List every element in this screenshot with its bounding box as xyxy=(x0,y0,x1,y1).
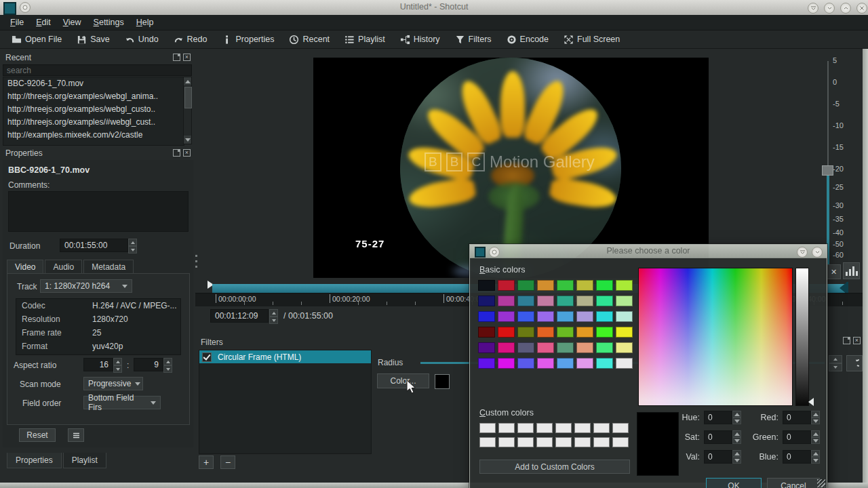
toolbar-filters-button[interactable]: Filters xyxy=(449,33,498,47)
basic-color-swatch[interactable] xyxy=(596,358,613,369)
toolbar-properties-button[interactable]: Properties xyxy=(216,33,280,47)
hue-stepper[interactable] xyxy=(732,411,741,424)
custom-color-swatch[interactable] xyxy=(593,423,610,433)
custom-color-swatch[interactable] xyxy=(612,437,629,447)
dialog-close-button[interactable] xyxy=(812,247,823,258)
basic-color-swatch[interactable] xyxy=(576,327,593,338)
red-stepper[interactable] xyxy=(811,411,820,424)
value-slider[interactable] xyxy=(795,268,809,406)
window-shade-button[interactable] xyxy=(808,3,818,14)
basic-color-swatch[interactable] xyxy=(616,296,633,306)
reset-parameter-button[interactable] xyxy=(846,355,863,371)
ok-button[interactable]: OK xyxy=(706,478,762,488)
basic-color-swatch[interactable] xyxy=(478,311,495,322)
filter-color-swatch[interactable] xyxy=(435,374,450,389)
basic-color-swatch[interactable] xyxy=(517,342,534,353)
scan-mode-dropdown[interactable]: Progressive xyxy=(83,377,143,390)
custom-color-swatch[interactable] xyxy=(498,437,515,447)
scroll-up-icon[interactable] xyxy=(184,77,191,85)
basic-color-swatch[interactable] xyxy=(498,296,515,306)
tab-video[interactable]: Video xyxy=(7,260,43,274)
green-stepper[interactable] xyxy=(811,430,820,444)
basic-color-swatch[interactable] xyxy=(576,342,593,353)
scroll-down-icon[interactable] xyxy=(184,136,191,144)
toolbar-save-button[interactable]: Save xyxy=(71,33,116,47)
blue-stepper[interactable] xyxy=(811,450,820,464)
tab-audio[interactable]: Audio xyxy=(45,260,82,274)
value-slider-arrow[interactable] xyxy=(808,398,814,406)
basic-color-swatch[interactable] xyxy=(596,327,613,338)
basic-color-swatch[interactable] xyxy=(517,296,534,306)
toolbar-redo-button[interactable]: Redo xyxy=(167,33,214,47)
recent-file-item[interactable]: BBC-9206-1_70.mov xyxy=(3,77,184,90)
basic-color-swatch[interactable] xyxy=(557,358,574,369)
color-button[interactable]: Color... xyxy=(377,373,429,388)
basic-color-swatch[interactable] xyxy=(596,280,613,291)
custom-color-swatch[interactable] xyxy=(517,437,534,447)
basic-color-swatch[interactable] xyxy=(498,342,515,353)
position-stepper[interactable] xyxy=(269,309,278,324)
add-filter-button[interactable]: + xyxy=(199,455,214,469)
duration-stepper[interactable] xyxy=(128,239,137,253)
basic-color-swatch[interactable] xyxy=(537,311,554,322)
basic-color-swatch[interactable] xyxy=(616,342,633,353)
basic-color-swatch[interactable] xyxy=(557,342,574,353)
close-dock-icon[interactable]: × xyxy=(853,337,861,344)
audio-meter-button[interactable] xyxy=(843,262,860,279)
basic-color-swatch[interactable] xyxy=(576,296,593,306)
add-to-custom-colors-button[interactable]: Add to Custom Colors xyxy=(479,460,630,474)
basic-color-swatch[interactable] xyxy=(576,311,593,322)
basic-color-swatch[interactable] xyxy=(498,327,515,338)
sat-stepper[interactable] xyxy=(732,430,741,444)
custom-color-swatch[interactable] xyxy=(479,437,496,447)
toolbar-open-file-button[interactable]: Open File xyxy=(5,33,68,47)
splitter-handle[interactable] xyxy=(195,255,197,270)
properties-menu-button[interactable] xyxy=(68,428,84,442)
search-input[interactable] xyxy=(3,64,192,76)
basic-color-swatch[interactable] xyxy=(517,280,534,291)
basic-color-swatch[interactable] xyxy=(517,311,534,322)
close-dock-icon[interactable]: × xyxy=(183,54,191,61)
menu-help[interactable]: Help xyxy=(130,16,160,29)
out-point-marker[interactable] xyxy=(840,283,846,293)
bottom-tab-playlist[interactable]: Playlist xyxy=(63,453,106,468)
basic-color-swatch[interactable] xyxy=(478,280,495,291)
basic-color-swatch[interactable] xyxy=(557,327,574,338)
cancel-button[interactable]: Cancel xyxy=(767,478,820,488)
filter-row-selected[interactable]: Circular Frame (HTML) xyxy=(199,350,371,363)
toolbar-recent-button[interactable]: Recent xyxy=(283,33,336,47)
field-order-dropdown[interactable]: Bottom Field Firs xyxy=(83,396,161,409)
basic-color-swatch[interactable] xyxy=(478,327,495,338)
custom-color-swatch[interactable] xyxy=(574,437,591,447)
toolbar-encode-button[interactable]: Encode xyxy=(500,33,555,47)
toolbar-undo-button[interactable]: Undo xyxy=(119,33,165,47)
toolbar-history-button[interactable]: History xyxy=(394,33,446,47)
float-dock-icon[interactable] xyxy=(173,149,180,157)
window-close-button[interactable] xyxy=(856,3,867,14)
float-dock-icon[interactable] xyxy=(173,54,180,61)
menu-file[interactable]: File xyxy=(4,16,30,29)
basic-color-swatch[interactable] xyxy=(557,280,574,291)
custom-color-swatch[interactable] xyxy=(593,437,610,447)
menu-edit[interactable]: Edit xyxy=(30,16,57,29)
blue-field[interactable]: 0 xyxy=(783,450,811,464)
basic-color-swatch[interactable] xyxy=(557,311,574,322)
recent-file-item[interactable]: http://threejs.org/examples/#webgl_cust.… xyxy=(3,116,184,129)
window-maximize-button[interactable] xyxy=(840,3,851,14)
recent-file-item[interactable]: http://threejs.org/examples/webgl_anima.… xyxy=(3,90,184,103)
bottom-tab-properties[interactable]: Properties xyxy=(7,453,62,468)
duration-field[interactable]: 00:01:55:00 xyxy=(60,239,128,252)
aspect-width-field[interactable]: 16 xyxy=(83,358,113,371)
basic-color-swatch[interactable] xyxy=(478,296,495,306)
basic-color-swatch[interactable] xyxy=(616,280,633,291)
basic-color-swatch[interactable] xyxy=(576,280,593,291)
basic-color-swatch[interactable] xyxy=(478,358,495,369)
aspect-height-stepper[interactable] xyxy=(163,358,172,373)
mute-button[interactable]: ✕ xyxy=(827,264,841,279)
custom-color-swatch[interactable] xyxy=(498,423,515,433)
comments-textarea[interactable] xyxy=(8,191,189,232)
custom-color-swatch[interactable] xyxy=(536,423,553,433)
close-dock-icon[interactable]: × xyxy=(183,149,191,157)
basic-color-swatch[interactable] xyxy=(616,327,633,338)
dialog-shade-button[interactable] xyxy=(797,247,808,258)
